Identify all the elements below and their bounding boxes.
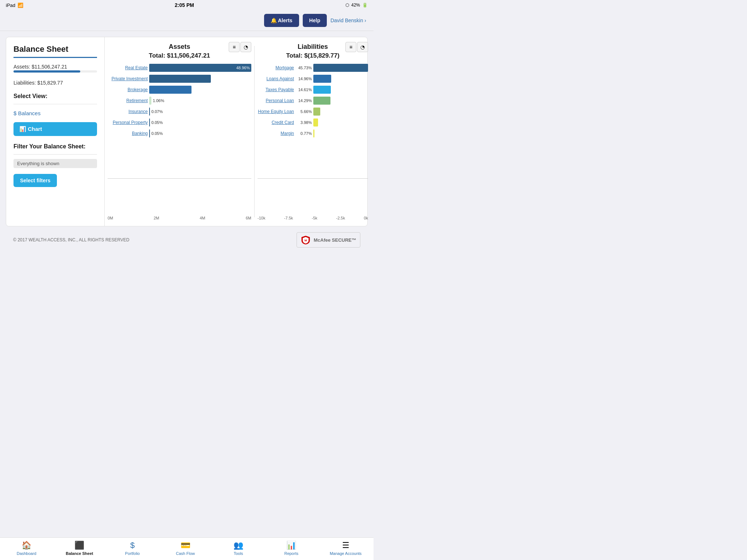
bar-fill — [149, 118, 150, 127]
footer: © 2017 WEALTH ACCESS, INC., ALL RIGHTS R… — [6, 226, 368, 250]
assets-bar-container — [13, 70, 97, 73]
assets-bar-label[interactable]: Retirement — [108, 98, 148, 103]
bar-fill — [149, 86, 191, 94]
axis-4m: 4M — [200, 216, 205, 220]
assets-list-view-btn[interactable]: ≡ — [229, 42, 240, 52]
liabilities-pct-label: 0.77% — [295, 131, 312, 136]
assets-title: Assets — [169, 43, 190, 51]
battery-icon: 🔋 — [362, 3, 368, 8]
axis-7-5k: -7.5k — [284, 216, 293, 220]
assets-bar-label[interactable]: Brokerage — [108, 87, 148, 92]
liabilities-list-view-btn[interactable]: ≡ — [345, 42, 356, 52]
assets-bar-label[interactable]: Personal Property — [108, 120, 148, 125]
axis-0m: 0M — [108, 216, 113, 220]
assets-header: Assets ≡ ◔ — [108, 43, 251, 51]
assets-bar-row: Insurance0.07% — [108, 108, 251, 116]
liabilities-bar-label[interactable]: Mortgage — [258, 65, 294, 70]
bar-fill — [149, 97, 151, 105]
svg-text:M: M — [305, 239, 307, 242]
select-filters-button[interactable]: Select filters — [13, 174, 57, 187]
liabilities-bar-label[interactable]: Personal Loan — [258, 98, 294, 103]
status-left: iPad 📶 — [6, 3, 23, 8]
liabilities-bar-fill — [313, 86, 331, 94]
liabilities-total: Total: $(15,829.77) — [258, 52, 368, 59]
liabilities-bar-label[interactable]: Loans Against — [258, 76, 294, 81]
assets-pie-view-btn[interactable]: ◔ — [240, 42, 251, 52]
liabilities-bar-row: Credit Card3.98% — [258, 118, 368, 127]
axis-6m: 6M — [246, 216, 251, 220]
chart-button[interactable]: 📊 Chart — [13, 122, 97, 136]
liabilities-summary: Liabilities: $15,829.77 — [13, 80, 97, 86]
status-right: ⬡ 42% 🔋 — [345, 3, 368, 8]
balances-button[interactable]: $ Balances — [13, 109, 97, 118]
assets-bar-label[interactable]: Banking — [108, 131, 148, 136]
filter-label: Filter Your Balance Sheet: — [13, 143, 97, 150]
everything-shown-badge: Everything is shown — [13, 159, 97, 168]
status-bar: iPad 📶 2:05 PM ⬡ 42% 🔋 — [0, 0, 374, 10]
liabilities-bar-fill — [313, 129, 314, 137]
axis-5k: -5k — [312, 216, 317, 220]
assets-bar — [13, 70, 80, 73]
mcafee-badge: M McAfee SECURE™ — [297, 232, 360, 248]
charts-area: Assets ≡ ◔ Total: $11,506,247.21 Real Es… — [105, 37, 371, 226]
liabilities-pct-label: 3.98% — [295, 120, 312, 125]
assets-bar-label[interactable]: Private Investment — [108, 76, 148, 81]
bar-container: 0.05% — [149, 118, 251, 127]
liabilities-bar-row: Taxes Payable14.61% — [258, 86, 368, 94]
bar-fill — [149, 129, 150, 137]
liabilities-bar-label[interactable]: Margin — [258, 131, 294, 136]
liabilities-pct-label: 5.66% — [295, 109, 312, 114]
assets-axis-line — [108, 178, 251, 179]
page-title: Balance Sheet — [13, 44, 97, 58]
main-card: Balance Sheet Assets: $11,506,247.21 Lia… — [6, 37, 368, 226]
top-nav: 🔔 Alerts Help David Benskin › — [0, 10, 374, 31]
liabilities-pct-label: 14.96% — [295, 77, 312, 81]
alerts-button[interactable]: 🔔 Alerts — [264, 14, 299, 27]
liabilities-title: Liabilities — [298, 43, 328, 51]
bar-container: 29.57% — [149, 75, 251, 83]
assets-bar-chart: Real Estate48.96%Private Investment29.57… — [108, 64, 251, 220]
help-button[interactable]: Help — [303, 14, 327, 27]
liabilities-pct-label: 14.61% — [295, 88, 312, 92]
bar-pct-label: 20.24% — [236, 88, 250, 92]
bar-fill — [149, 108, 150, 116]
panel-divider — [254, 46, 255, 217]
assets-axis-labels: 0M 2M 4M 6M — [108, 216, 251, 220]
bar-fill — [149, 75, 211, 83]
liabilities-bar-row: Personal Loan14.29% — [258, 97, 368, 105]
assets-bar-row: Banking0.05% — [108, 129, 251, 137]
liabilities-bar-label[interactable]: Taxes Payable — [258, 87, 294, 92]
liabilities-bars-container: Mortgage45.73%Loans Against14.96%Taxes P… — [258, 64, 368, 140]
liabilities-bar-label[interactable]: Home Equity Loan — [258, 109, 294, 114]
assets-view-btns: ≡ ◔ — [229, 42, 251, 52]
liabilities-pct-label: 45.73% — [295, 66, 312, 70]
assets-bar-row: Brokerage20.24% — [108, 86, 251, 94]
bar-pct-label: 0.07% — [151, 109, 163, 114]
assets-total: Total: $11,506,247.21 — [108, 52, 251, 59]
bar-pct-label: 0.05% — [151, 131, 163, 136]
assets-bars-container: Real Estate48.96%Private Investment29.57… — [108, 64, 251, 140]
axis-0k: 0k — [364, 216, 368, 220]
liabilities-bar-fill — [313, 64, 368, 72]
assets-panel: Assets ≡ ◔ Total: $11,506,247.21 Real Es… — [108, 43, 251, 220]
liabilities-bar-row: Home Equity Loan5.66% — [258, 108, 368, 116]
liabilities-bar-label[interactable]: Credit Card — [258, 120, 294, 125]
axis-10k: -10k — [258, 216, 265, 220]
view-divider — [13, 104, 97, 104]
liabilities-pie-view-btn[interactable]: ◔ — [357, 42, 368, 52]
bar-container: 20.24% — [149, 86, 251, 94]
mcafee-text: McAfee SECURE™ — [314, 237, 356, 243]
assets-bar-row: Retirement1.06% — [108, 97, 251, 105]
user-link[interactable]: David Benskin › — [330, 18, 366, 23]
sidebar: Balance Sheet Assets: $11,506,247.21 Lia… — [6, 37, 105, 226]
assets-summary: Assets: $11,506,247.21 — [13, 64, 97, 75]
assets-bar-label[interactable]: Insurance — [108, 109, 148, 114]
assets-bar-label[interactable]: Real Estate — [108, 65, 148, 70]
liabilities-pct-label: 14.29% — [295, 98, 312, 103]
assets-bar-row: Private Investment29.57% — [108, 75, 251, 83]
assets-label: Assets: $11,506,247.21 — [13, 64, 97, 70]
liabilities-bar-row: Loans Against14.96% — [258, 75, 368, 83]
battery-level: 42% — [351, 3, 360, 8]
liabilities-axis-line — [258, 178, 368, 179]
wifi-icon: 📶 — [18, 3, 23, 8]
